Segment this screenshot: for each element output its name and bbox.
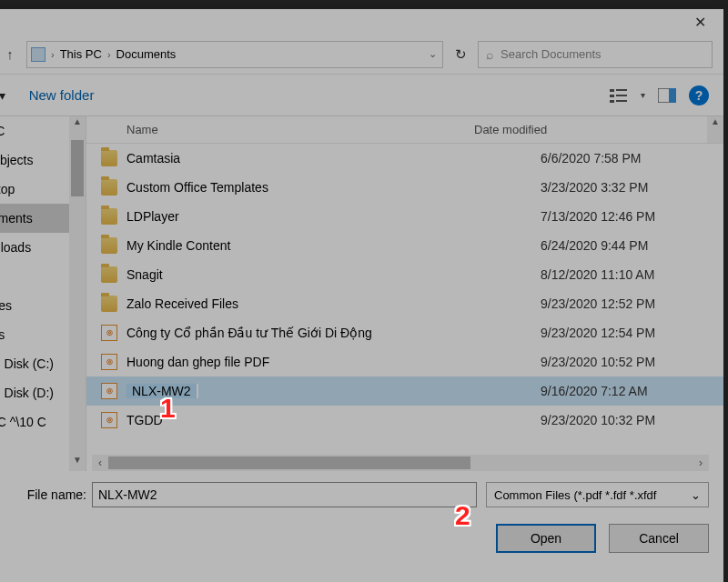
new-folder-button[interactable]: New folder xyxy=(29,87,95,103)
annotation-2: 2 xyxy=(455,500,482,527)
filelist-scrollbar[interactable]: ▲ xyxy=(707,116,723,143)
column-headers: Name Date modified ▲ xyxy=(86,116,723,144)
folder-icon xyxy=(101,237,117,254)
preview-pane-button[interactable] xyxy=(658,88,676,103)
file-name: Snagit xyxy=(126,267,541,282)
sidebar-item[interactable]: ocal Disk (D:) xyxy=(0,378,69,407)
address-bar: ‹ ↑ › This PC › Documents ⌄ ↻ ⌕ Search D… xyxy=(0,35,723,75)
file-row[interactable]: ◎Huong dan ghep file PDF9/23/2020 10:52 … xyxy=(86,347,723,376)
annotation-1: 1 xyxy=(160,393,187,420)
path-dropdown[interactable]: ⌄ xyxy=(427,48,439,60)
folder-icon xyxy=(101,150,117,166)
view-mode-button[interactable] xyxy=(610,88,628,103)
file-date: 9/16/2020 7:12 AM xyxy=(541,384,709,398)
sidebar-item[interactable]: D Objects xyxy=(0,146,69,175)
file-date: 9/23/2020 12:52 PM xyxy=(541,296,709,311)
file-row[interactable]: My Kindle Content6/24/2020 9:44 PM xyxy=(86,231,723,260)
content-area: s PCD Objectsesktopocumentsownloadsusicc… xyxy=(0,116,723,471)
chevron-right-icon: › xyxy=(106,49,113,60)
search-placeholder: Search Documents xyxy=(500,47,602,61)
pdf-icon: ◎ xyxy=(101,412,117,428)
file-name: NLX-MW2 xyxy=(126,384,541,398)
svg-rect-1 xyxy=(616,89,627,91)
folder-icon xyxy=(101,296,117,312)
file-name: Custom Office Templates xyxy=(126,180,541,195)
file-date: 9/23/2020 10:52 PM xyxy=(541,355,709,369)
svg-rect-3 xyxy=(616,95,627,96)
folder-icon xyxy=(101,208,117,225)
sidebar-item[interactable]: ctures xyxy=(0,291,69,320)
folder-icon xyxy=(101,266,117,283)
sidebar: s PCD Objectsesktopocumentsownloadsusicc… xyxy=(0,116,86,471)
toolbar: e ▾ New folder ▾ ? xyxy=(0,75,723,116)
sidebar-item[interactable]: esktop xyxy=(0,175,69,204)
folder-icon xyxy=(101,179,117,196)
file-date: 8/12/2020 11:10 AM xyxy=(541,267,709,282)
pdf-icon: ◎ xyxy=(101,354,117,370)
file-row[interactable]: Camtasia6/6/2020 7:58 PM xyxy=(86,144,723,173)
help-button[interactable]: ? xyxy=(689,85,709,105)
pdf-icon: ◎ xyxy=(101,325,117,341)
svg-rect-7 xyxy=(669,88,676,103)
sidebar-item[interactable]: ocal Disk (C:) xyxy=(0,349,69,378)
search-icon: ⌕ xyxy=(486,47,493,62)
scroll-left-icon[interactable]: ‹ xyxy=(92,457,108,469)
scroll-up-icon[interactable]: ▲ xyxy=(69,116,86,133)
file-row[interactable]: LDPlayer7/13/2020 12:46 PM xyxy=(86,202,723,231)
svg-rect-2 xyxy=(610,95,614,97)
filename-input[interactable] xyxy=(92,482,477,507)
file-name: Camtasia xyxy=(126,151,541,166)
sidebar-scrollbar[interactable]: ▲ ▼ xyxy=(69,116,86,471)
sidebar-item[interactable]: DMC ^\10 C xyxy=(0,407,69,436)
up-button[interactable]: ↑ xyxy=(0,42,23,67)
sidebar-item[interactable]: ownloads xyxy=(0,233,69,262)
horizontal-scrollbar[interactable]: ‹ › xyxy=(92,455,709,471)
scroll-down-icon[interactable]: ▼ xyxy=(69,455,86,471)
organize-dropdown[interactable]: e ▾ xyxy=(0,85,11,106)
file-name: Công ty Cổ phần Đầu tư Thế Giới Di Động xyxy=(126,326,541,340)
open-button[interactable]: Open xyxy=(496,524,596,553)
sidebar-item[interactable]: deos xyxy=(0,320,69,349)
file-name: TGDD xyxy=(126,413,541,427)
file-date: 6/6/2020 7:58 PM xyxy=(541,151,709,166)
refresh-button[interactable]: ↻ xyxy=(447,46,474,63)
dialog-footer: File name: Common Files (*.pdf *.fdf *.x… xyxy=(0,471,723,553)
filename-label: File name: xyxy=(0,487,92,502)
file-row[interactable]: Snagit8/12/2020 11:10 AM xyxy=(86,260,723,289)
filetype-select[interactable]: Common Files (*.pdf *.fdf *.xfdf ⌄ xyxy=(486,482,709,507)
scroll-right-icon[interactable]: › xyxy=(693,457,709,469)
search-input[interactable]: ⌕ Search Documents xyxy=(478,41,713,68)
sidebar-item[interactable]: ocuments xyxy=(0,204,69,233)
svg-rect-5 xyxy=(616,100,627,102)
chevron-down-icon: ⌄ xyxy=(691,488,701,502)
sidebar-item[interactable]: usic xyxy=(0,262,69,291)
file-date: 3/23/2020 3:32 PM xyxy=(541,180,709,195)
close-button[interactable]: ✕ xyxy=(682,14,718,31)
titlebar: ✕ xyxy=(0,9,723,35)
view-caret[interactable]: ▾ xyxy=(641,90,645,100)
file-date: 6/24/2020 9:44 PM xyxy=(541,238,709,253)
file-date: 9/23/2020 10:32 PM xyxy=(541,413,709,427)
column-name[interactable]: Name xyxy=(101,123,474,136)
file-name: Zalo Received Files xyxy=(126,296,541,311)
file-date: 9/23/2020 12:54 PM xyxy=(541,326,709,340)
pdf-icon: ◎ xyxy=(101,383,117,399)
file-open-dialog: ✕ ‹ ↑ › This PC › Documents ⌄ ↻ ⌕ Search… xyxy=(0,9,723,582)
sidebar-item[interactable]: s PC xyxy=(0,116,69,146)
location-icon xyxy=(31,47,46,62)
breadcrumb[interactable]: › This PC › Documents ⌄ xyxy=(26,41,443,68)
file-date: 7/13/2020 12:46 PM xyxy=(541,209,709,224)
file-name: Huong dan ghep file PDF xyxy=(126,355,541,369)
file-row[interactable]: Custom Office Templates3/23/2020 3:32 PM xyxy=(86,173,723,202)
chevron-right-icon: › xyxy=(49,49,56,60)
file-row[interactable]: ◎Công ty Cổ phần Đầu tư Thế Giới Di Động… xyxy=(86,318,723,347)
file-name: My Kindle Content xyxy=(126,238,541,253)
column-date[interactable]: Date modified xyxy=(474,123,547,136)
file-name: LDPlayer xyxy=(126,209,541,224)
svg-rect-0 xyxy=(610,89,614,92)
svg-rect-4 xyxy=(610,100,614,103)
file-row[interactable]: Zalo Received Files9/23/2020 12:52 PM xyxy=(86,289,723,318)
cancel-button[interactable]: Cancel xyxy=(609,524,709,553)
crumb-this-pc[interactable]: This PC xyxy=(56,47,106,61)
crumb-documents[interactable]: Documents xyxy=(113,47,180,61)
